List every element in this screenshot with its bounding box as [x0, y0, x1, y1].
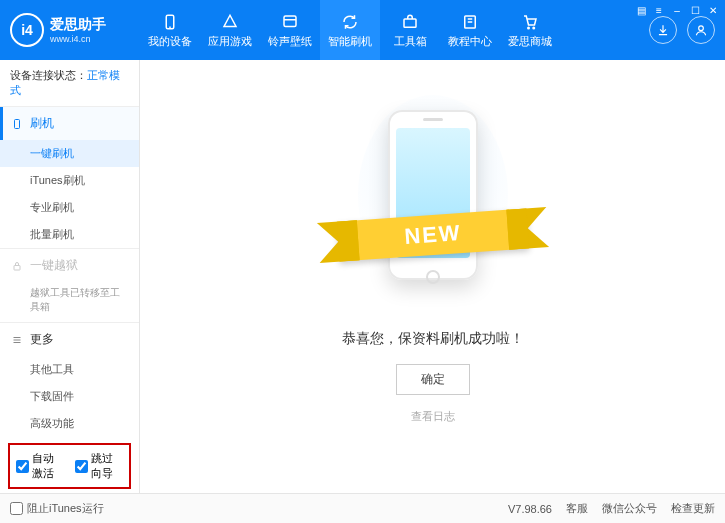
nav-ringtone[interactable]: 铃声壁纸 [260, 0, 320, 60]
sidebar-item-pro[interactable]: 专业刷机 [0, 194, 139, 221]
block-itunes-checkbox[interactable]: 阻止iTunes运行 [10, 501, 104, 516]
svg-rect-12 [14, 265, 20, 270]
success-message: 恭喜您，保资料刷机成功啦！ [342, 330, 524, 348]
sidebar-item-other[interactable]: 其他工具 [0, 356, 139, 383]
nav-apps[interactable]: 应用游戏 [200, 0, 260, 60]
nav-label: 工具箱 [394, 34, 427, 49]
main-panel: NEW 恭喜您，保资料刷机成功啦！ 确定 查看日志 [140, 60, 725, 493]
menu-icon[interactable]: ▤ [633, 2, 649, 18]
svg-rect-2 [284, 16, 296, 27]
checkbox-label: 自动激活 [32, 451, 65, 481]
connection-status: 设备连接状态：正常模式 [0, 60, 139, 106]
sidebar: 设备连接状态：正常模式 刷机 一键刷机 iTunes刷机 专业刷机 批量刷机 一… [0, 60, 140, 493]
app-name: 爱思助手 [50, 16, 106, 34]
sidebar-head-label: 刷机 [30, 115, 54, 132]
phone-illustration: NEW [368, 100, 498, 300]
view-log-link[interactable]: 查看日志 [411, 409, 455, 424]
close-icon[interactable]: ✕ [705, 2, 721, 18]
svg-point-8 [528, 27, 530, 29]
nav-flash[interactable]: 智能刷机 [320, 0, 380, 60]
svg-rect-4 [404, 19, 416, 27]
conn-label: 设备连接状态： [10, 69, 87, 81]
service-link[interactable]: 客服 [566, 501, 588, 516]
pin-icon[interactable]: ≡ [651, 2, 667, 18]
phone-icon [10, 117, 24, 131]
sidebar-head-label: 更多 [30, 331, 54, 348]
refresh-icon [340, 12, 360, 32]
sidebar-head-more[interactable]: 更多 [0, 323, 139, 356]
minimize-icon[interactable]: – [669, 2, 685, 18]
nav-tutorial[interactable]: 教程中心 [440, 0, 500, 60]
toolbox-icon [400, 12, 420, 32]
nav-store[interactable]: 爱思商城 [500, 0, 560, 60]
logo-icon: i4 [10, 13, 44, 47]
sidebar-item-advanced[interactable]: 高级功能 [0, 410, 139, 437]
sidebar-item-download-fw[interactable]: 下载固件 [0, 383, 139, 410]
sidebar-head-label: 一键越狱 [30, 257, 78, 274]
checkbox-row: 自动激活 跳过向导 [8, 443, 131, 489]
auto-activate-checkbox[interactable]: 自动激活 [16, 451, 65, 481]
footer: 阻止iTunes运行 V7.98.66 客服 微信公众号 检查更新 [0, 493, 725, 523]
skip-guide-checkbox[interactable]: 跳过向导 [75, 451, 124, 481]
nav-label: 爱思商城 [508, 34, 552, 49]
top-nav: 我的设备 应用游戏 铃声壁纸 智能刷机 工具箱 教程中心 爱思商城 [140, 0, 560, 60]
phone-icon [160, 12, 180, 32]
music-icon [280, 12, 300, 32]
nav-label: 铃声壁纸 [268, 34, 312, 49]
maximize-icon[interactable]: ☐ [687, 2, 703, 18]
nav-label: 应用游戏 [208, 34, 252, 49]
logo: i4 爱思助手 www.i4.cn [10, 13, 140, 47]
app-url: www.i4.cn [50, 34, 106, 44]
sidebar-jailbreak-note: 越狱工具已转移至工具箱 [0, 282, 139, 322]
download-button[interactable] [649, 16, 677, 44]
header: i4 爱思助手 www.i4.cn 我的设备 应用游戏 铃声壁纸 智能刷机 工具… [0, 0, 725, 60]
cart-icon [520, 12, 540, 32]
version-label: V7.98.66 [508, 503, 552, 515]
wechat-link[interactable]: 微信公众号 [602, 501, 657, 516]
nav-my-device[interactable]: 我的设备 [140, 0, 200, 60]
sidebar-item-batch[interactable]: 批量刷机 [0, 221, 139, 248]
checkbox-label: 跳过向导 [91, 451, 124, 481]
user-button[interactable] [687, 16, 715, 44]
nav-label: 教程中心 [448, 34, 492, 49]
checkbox-label: 阻止iTunes运行 [27, 501, 104, 516]
sidebar-item-itunes[interactable]: iTunes刷机 [0, 167, 139, 194]
confirm-button[interactable]: 确定 [396, 364, 470, 395]
lock-icon [10, 259, 24, 273]
nav-label: 我的设备 [148, 34, 192, 49]
nav-label: 智能刷机 [328, 34, 372, 49]
book-icon [460, 12, 480, 32]
update-link[interactable]: 检查更新 [671, 501, 715, 516]
list-icon [10, 333, 24, 347]
svg-rect-11 [15, 119, 20, 128]
sidebar-head-jailbreak[interactable]: 一键越狱 [0, 249, 139, 282]
nav-toolbox[interactable]: 工具箱 [380, 0, 440, 60]
sidebar-item-oneclick[interactable]: 一键刷机 [0, 140, 139, 167]
svg-point-9 [533, 27, 535, 29]
svg-point-10 [699, 26, 704, 31]
apps-icon [220, 12, 240, 32]
sidebar-head-flash[interactable]: 刷机 [0, 107, 139, 140]
